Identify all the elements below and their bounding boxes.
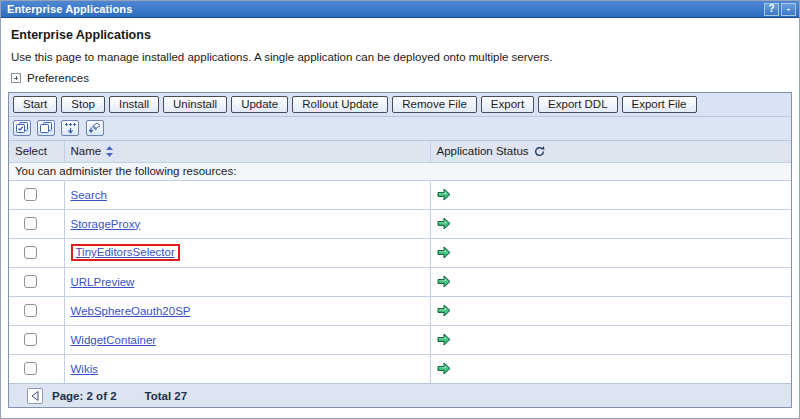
application-started-icon xyxy=(437,362,451,375)
row-select-checkbox[interactable] xyxy=(24,362,37,375)
total-count: Total 27 xyxy=(145,390,188,402)
table-row: URLPreview xyxy=(9,267,791,296)
application-link[interactable]: Wikis xyxy=(71,363,98,375)
preferences-section[interactable]: Preferences xyxy=(11,72,789,84)
minimize-button[interactable]: - xyxy=(781,3,796,16)
application-link[interactable]: Search xyxy=(71,189,107,201)
clear-filter-icon[interactable] xyxy=(86,120,104,136)
column-header-select[interactable]: Select xyxy=(9,141,64,162)
toolbar-button-install[interactable]: Install xyxy=(109,96,159,113)
actions-toolbar: StartStopInstallUninstallUpdateRollout U… xyxy=(9,93,791,117)
previous-page-button[interactable] xyxy=(27,388,43,404)
application-started-icon xyxy=(437,333,451,346)
expand-preferences-icon[interactable] xyxy=(11,73,21,83)
toolbar-button-export[interactable]: Export xyxy=(481,96,534,113)
row-select-checkbox[interactable] xyxy=(24,217,37,230)
page-title: Enterprise Applications xyxy=(11,28,789,42)
table-icon-toolbar xyxy=(9,117,791,141)
row-select-checkbox[interactable] xyxy=(24,304,37,317)
window-titlebar: Enterprise Applications ? - xyxy=(1,1,799,18)
row-select-checkbox[interactable] xyxy=(24,246,37,259)
table-caption-row: You can administer the following resourc… xyxy=(9,162,791,180)
table-caption: You can administer the following resourc… xyxy=(9,162,791,180)
select-all-icon[interactable] xyxy=(13,120,31,136)
application-started-icon xyxy=(437,304,451,317)
table-row: StorageProxy xyxy=(9,209,791,238)
toolbar-button-stop[interactable]: Stop xyxy=(61,96,105,113)
page-content: Enterprise Applications Use this page to… xyxy=(1,18,799,84)
table-row: WidgetContainer xyxy=(9,325,791,354)
show-filter-icon[interactable] xyxy=(61,120,79,136)
row-select-checkbox[interactable] xyxy=(24,188,37,201)
console-window: Enterprise Applications ? - Enterprise A… xyxy=(0,0,800,419)
toolbar-button-uninstall[interactable]: Uninstall xyxy=(163,96,227,113)
application-started-icon xyxy=(437,217,451,230)
table-row: Search xyxy=(9,180,791,209)
application-started-icon xyxy=(437,246,451,259)
refresh-status-icon[interactable] xyxy=(534,146,545,157)
help-button[interactable]: ? xyxy=(764,3,779,16)
column-header-name[interactable]: Name xyxy=(64,141,430,162)
table-header-row: Select Name Application S xyxy=(9,141,791,162)
preferences-label: Preferences xyxy=(27,72,89,84)
toolbar-button-update[interactable]: Update xyxy=(231,96,288,113)
application-started-icon xyxy=(437,275,451,288)
toolbar-button-export-file[interactable]: Export File xyxy=(622,96,697,113)
toolbar-button-export-ddl[interactable]: Export DDL xyxy=(538,96,617,113)
application-link[interactable]: WebSphereOauth20SP xyxy=(71,305,191,317)
table-row: TinyEditorsSelector xyxy=(9,238,791,267)
application-started-icon xyxy=(437,188,451,201)
applications-table-panel: StartStopInstallUninstallUpdateRollout U… xyxy=(8,92,792,408)
applications-table: Select Name Application S xyxy=(9,141,791,383)
sort-ascending-descending-icon[interactable] xyxy=(106,146,113,157)
table-row: WebSphereOauth20SP xyxy=(9,296,791,325)
window-title: Enterprise Applications xyxy=(7,1,762,17)
column-header-application-status[interactable]: Application Status xyxy=(430,141,791,162)
deselect-all-icon[interactable] xyxy=(37,120,55,136)
pagination-bar: Page: 2 of 2 Total 27 xyxy=(9,383,791,407)
previous-page-icon xyxy=(31,391,39,401)
table-row: Wikis xyxy=(9,354,791,383)
toolbar-button-rollout-update[interactable]: Rollout Update xyxy=(292,96,388,113)
application-link[interactable]: TinyEditorsSelector xyxy=(76,246,175,258)
page-indicator: Page: 2 of 2 xyxy=(52,390,117,402)
row-select-checkbox[interactable] xyxy=(24,333,37,346)
application-link[interactable]: StorageProxy xyxy=(71,218,141,230)
application-link[interactable]: WidgetContainer xyxy=(71,334,157,346)
toolbar-button-remove-file[interactable]: Remove File xyxy=(392,96,477,113)
row-select-checkbox[interactable] xyxy=(24,275,37,288)
page-description: Use this page to manage installed applic… xyxy=(11,51,789,63)
application-link[interactable]: URLPreview xyxy=(71,276,135,288)
toolbar-button-start[interactable]: Start xyxy=(13,96,57,113)
